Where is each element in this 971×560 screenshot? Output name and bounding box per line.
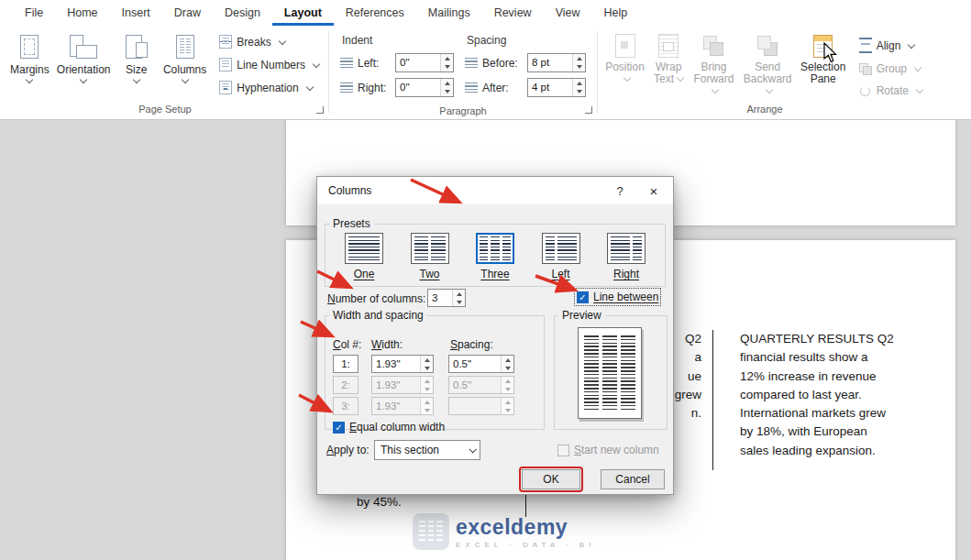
preset-two[interactable]: Two [404,233,456,280]
size-icon [126,35,148,59]
dialog-close-icon[interactable]: × [634,177,673,204]
spinner-arrows [420,398,433,414]
page-setup-dialog-launcher-icon[interactable] [316,106,324,114]
col1-width-input[interactable]: 1.93" [371,355,434,373]
orientation-button[interactable]: Orientation [52,32,116,83]
document-text-line: sales leading expansion. [740,442,903,460]
width-spacing-group-label: Width and spacing [329,309,427,322]
breaks-button[interactable]: Breaks [219,35,319,49]
tab-design[interactable]: Design [213,0,272,26]
group-divider [328,31,329,113]
preset-three[interactable]: Three [469,233,521,280]
tab-layout[interactable]: Layout [272,0,334,26]
tab-help[interactable]: Help [592,0,640,26]
tab-home[interactable]: Home [55,0,109,26]
chevron-down-icon [623,74,630,82]
apply-to-select[interactable]: This section [374,440,480,460]
ok-button-highlight-annotation: OK [519,467,583,492]
spacing-after-input[interactable]: 4 pt [527,78,586,97]
group-button[interactable]: Group [859,62,922,75]
cancel-button[interactable]: Cancel [601,469,665,489]
document-right-column[interactable]: QUARTERLY RESULTS Q2 financial results s… [740,330,903,460]
group-divider [597,31,598,113]
spinner-arrows[interactable] [440,79,453,96]
breaks-icon [219,35,232,49]
line-between-checkbox[interactable]: ✓ Line between [577,291,658,303]
chevron-down-icon [712,86,719,93]
group-objects-icon [859,63,872,75]
col2-spacing-input: 0.5" [448,376,514,394]
tab-references[interactable]: References [334,0,416,26]
spinner-arrows[interactable] [420,356,433,372]
spacing-header: Spacing: [450,338,493,351]
align-button[interactable]: Align [859,38,922,53]
tab-insert[interactable]: Insert [110,0,162,26]
spinner-arrows[interactable] [501,356,513,372]
group-label-arrange: Arrange [746,104,782,115]
position-icon [615,34,635,58]
hyphenation-button[interactable]: Hyphenation [219,81,319,94]
preset-one-icon [345,233,383,264]
wrap-text-button[interactable]: Wrap Text [650,32,687,86]
preset-left-icon [542,233,580,264]
spinner-arrows [501,377,513,393]
chevron-down-icon [313,60,320,67]
margins-button[interactable]: Margins [7,32,52,83]
document-text-line: QUARTERLY RESULTS Q2 [740,330,903,348]
tab-review[interactable]: Review [482,0,544,26]
rotate-button[interactable]: Rotate [859,84,922,97]
paragraph-dialog-launcher-icon[interactable] [585,106,592,114]
size-button[interactable]: Size [116,32,158,83]
preset-one[interactable]: One [338,233,390,280]
checkbox-box [557,445,569,456]
combo-dropdown-icon [464,441,480,459]
width-spacing-group: Width and spacing Col #: Width: Spacing:… [325,309,545,430]
exceldemy-logo-icon [413,513,449,550]
tab-mailings[interactable]: Mailings [416,0,482,26]
dialog-help-icon[interactable]: ? [605,177,634,204]
document-text-line: financial results show a [740,348,903,367]
send-backward-button[interactable]: Send Backward [741,32,795,98]
ribbon-group-paragraph: Indent Left: 0" Right: 0" [331,26,595,118]
bring-forward-button[interactable]: Bring Forward [690,32,736,98]
spinner-arrows[interactable] [572,79,585,96]
document-left-column-fragment[interactable]: by 45%. [357,495,402,509]
tab-draw[interactable]: Draw [162,0,213,26]
group-label-page-setup: Page Setup [138,104,192,115]
position-button[interactable]: Position [603,32,646,86]
orientation-icon [70,35,97,59]
preset-right[interactable]: Right [601,233,652,280]
col1-spacing-input[interactable]: 0.5" [448,355,514,373]
columns-button[interactable]: Columns [158,32,212,83]
selection-pane-button[interactable]: Selection Pane [799,32,848,86]
exceldemy-watermark: exceldemy EXCEL · DATA · BI [413,513,595,550]
dialog-title: Columns [328,184,371,197]
ribbon-body: Margins Orientation Size Columns [0,26,971,118]
chevron-down-icon [278,37,285,44]
chevron-down-icon [305,82,313,90]
width-header: Width: [371,338,403,351]
indent-right-input[interactable]: 0" [395,78,454,97]
chevron-down-icon [677,74,684,82]
ok-button[interactable]: OK [522,469,580,489]
col-number-3: 3: [333,397,359,415]
col2-width-input: 1.93" [371,376,434,394]
line-numbers-button[interactable]: Line Numbers [219,58,319,71]
chevron-down-icon [133,76,140,83]
preset-left[interactable]: Left [535,233,587,280]
document-text-line: International markets grew [740,404,903,423]
presets-group-label: Presets [329,217,374,230]
preview-group: Preview [554,309,668,430]
watermark-brand: exceldemy [456,515,595,540]
equal-column-width-checkbox[interactable]: ✓ Equal column width [333,421,445,434]
indent-left-input[interactable]: 0" [395,53,454,72]
spacing-before-input[interactable]: 8 pt [527,53,586,72]
spinner-arrows[interactable] [440,54,453,71]
document-canvas: QUARTERLY RESULTS Q2 financial results s… [0,119,971,560]
spinner-arrows[interactable] [572,54,585,71]
number-of-columns-input[interactable]: 3 [427,289,466,307]
spinner-arrows[interactable] [452,290,465,306]
chevron-down-icon [914,64,921,71]
tab-file[interactable]: File [13,0,55,26]
tab-view[interactable]: View [544,0,592,26]
